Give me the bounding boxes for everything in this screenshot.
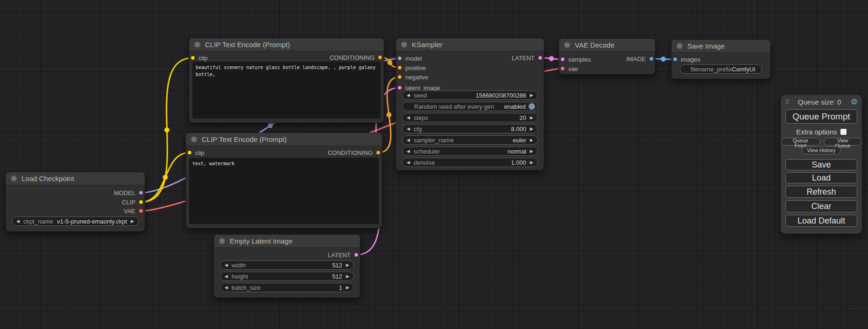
drag-handle-icon[interactable]: ⠿ — [785, 98, 789, 105]
node-load-checkpoint[interactable]: Load CheckpointMODELCLIPVAE◀ckpt_namev1-… — [6, 172, 145, 231]
node-vae-decode[interactable]: VAE DecodesamplesvaeIMAGE — [559, 39, 655, 74]
increment-arrow-icon[interactable]: ▶ — [530, 161, 533, 165]
output-slot-VAE: VAE — [124, 207, 143, 215]
queue-prompt-button[interactable]: Queue Prompt — [785, 109, 857, 124]
node-title-bar[interactable]: Load Checkpoint — [6, 172, 145, 185]
increment-arrow-icon[interactable]: ▶ — [530, 116, 533, 120]
decrement-arrow-icon[interactable]: ◀ — [407, 93, 410, 98]
collapse-dot-icon[interactable] — [401, 41, 408, 48]
widget-scheduler[interactable]: ◀schedulernormal▶ — [402, 147, 538, 156]
increment-arrow-icon[interactable]: ▶ — [530, 127, 533, 131]
node-clip-text-encode-2[interactable]: CLIP Text Encode (Prompt)clipCONDITIONIN… — [186, 133, 382, 228]
node-title-bar[interactable]: KSampler — [396, 38, 544, 51]
widget-height[interactable]: ◀height512▶ — [220, 272, 354, 281]
decrement-arrow-icon[interactable]: ◀ — [225, 263, 228, 267]
view-queue-button[interactable]: View Queue — [824, 138, 862, 146]
negative-input-port-icon[interactable] — [397, 75, 402, 79]
MODEL-output-port-icon[interactable] — [139, 190, 143, 195]
link-midpoint-dot-icon — [549, 56, 554, 61]
widget-width[interactable]: ◀width512▶ — [220, 260, 354, 270]
node-title-bar[interactable]: Empty Latent Image — [214, 235, 360, 248]
output-slot-CONDITIONING: CONDITIONING — [330, 53, 382, 62]
decrement-arrow-icon[interactable]: ◀ — [225, 286, 228, 290]
decrement-arrow-icon[interactable]: ◀ — [407, 161, 410, 165]
toggle-knob-icon[interactable] — [529, 103, 535, 110]
collapse-dot-icon[interactable] — [564, 42, 571, 49]
LATENT-output-port-icon[interactable] — [354, 252, 359, 257]
gear-icon[interactable]: ⚙ — [851, 98, 858, 106]
widget-label: denoise — [414, 159, 435, 166]
collapse-dot-icon[interactable] — [191, 136, 198, 143]
positive-input-port-icon[interactable] — [397, 65, 402, 70]
collapse-dot-icon[interactable] — [676, 42, 683, 49]
widget-seed[interactable]: ◀seed156680208700286▶ — [402, 91, 538, 100]
increment-arrow-icon[interactable]: ▶ — [530, 138, 533, 142]
save-button[interactable]: Save — [785, 159, 857, 170]
model-input-port-icon[interactable] — [397, 56, 402, 61]
decrement-arrow-icon[interactable]: ◀ — [407, 116, 410, 120]
VAE-output-port-icon[interactable] — [139, 209, 143, 213]
load-default-button[interactable]: Load Default — [785, 215, 857, 227]
node-title-bar[interactable]: Save Image — [671, 40, 770, 53]
increment-arrow-icon[interactable]: ▶ — [530, 149, 533, 154]
LATENT-output-port-icon[interactable] — [538, 56, 543, 60]
increment-arrow-icon[interactable]: ▶ — [346, 274, 349, 279]
node-save-image[interactable]: Save Imageimagesfilename_prefixComfyUI — [671, 40, 770, 79]
decrement-arrow-icon[interactable]: ◀ — [16, 219, 20, 224]
widget-cfg[interactable]: ◀cfg8.000▶ — [402, 124, 538, 133]
decrement-arrow-icon[interactable]: ◀ — [225, 274, 228, 279]
increment-arrow-icon[interactable]: ▶ — [530, 93, 533, 98]
clip-input-port-icon[interactable] — [191, 56, 195, 60]
CONDITIONING-output-port-icon[interactable] — [376, 150, 381, 155]
increment-arrow-icon[interactable]: ▶ — [346, 263, 349, 267]
widget-batch-size[interactable]: ◀batch_size1▶ — [220, 283, 354, 292]
node-title-bar[interactable]: CLIP Text Encode (Prompt) — [189, 38, 384, 51]
decrement-arrow-icon[interactable]: ◀ — [407, 149, 410, 154]
vae-input-port-icon[interactable] — [560, 66, 565, 71]
widget-ckpt-name[interactable]: ◀ckpt_namev1-5-pruned-emaonly.ckpt▶ — [12, 217, 139, 226]
node-title: KSampler — [412, 41, 443, 49]
samples-input-port-icon[interactable] — [560, 57, 565, 62]
widget-denoise[interactable]: ◀denoise1.000▶ — [402, 158, 538, 167]
prompt-textarea[interactable]: beautiful scenery nature glass bottle la… — [192, 62, 381, 119]
clear-button[interactable]: Clear — [785, 200, 857, 212]
decrement-arrow-icon[interactable]: ◀ — [407, 127, 410, 131]
node-clip-text-encode-1[interactable]: CLIP Text Encode (Prompt)clipCONDITIONIN… — [189, 38, 384, 123]
queue-size-label: Queue size: 0 — [789, 98, 851, 106]
increment-arrow-icon[interactable]: ▶ — [131, 219, 134, 224]
refresh-button[interactable]: Refresh — [785, 186, 857, 198]
collapse-dot-icon[interactable] — [10, 175, 17, 182]
widget-filename-prefix[interactable]: filename_prefixComfyUI — [680, 64, 762, 74]
clip-input-port-icon[interactable] — [187, 150, 192, 155]
extra-options-checkbox[interactable] — [840, 129, 847, 135]
input-slot-vae: vae — [560, 64, 578, 73]
IMAGE-output-port-icon[interactable] — [649, 56, 654, 61]
latent_image-input-port-icon[interactable] — [397, 85, 402, 90]
decrement-arrow-icon[interactable]: ◀ — [407, 138, 410, 142]
widget-value: normal — [508, 148, 526, 155]
prompt-textarea[interactable]: text, watermark — [189, 158, 379, 224]
node-title: Load Checkpoint — [21, 175, 74, 182]
increment-arrow-icon[interactable]: ▶ — [346, 286, 349, 290]
node-title-bar[interactable]: CLIP Text Encode (Prompt) — [186, 133, 382, 146]
CONDITIONING-output-port-icon[interactable] — [378, 55, 382, 60]
widget-label: ckpt_name — [23, 218, 53, 225]
collapse-dot-icon[interactable] — [219, 238, 226, 245]
queue-front-button[interactable]: Queue Front — [781, 138, 820, 146]
node-empty-latent-image[interactable]: Empty Latent ImageLATENT◀width512▶◀heigh… — [214, 235, 360, 298]
view-history-button[interactable]: View History — [802, 147, 841, 154]
widget-sampler-name[interactable]: ◀sampler_nameeuler▶ — [402, 135, 538, 145]
load-button[interactable]: Load — [785, 172, 857, 183]
images-input-port-icon[interactable] — [673, 57, 677, 62]
widget-steps[interactable]: ◀steps20▶ — [402, 113, 538, 122]
widget-random-seed-after-every-gen[interactable]: Random seed after every genenabled — [402, 102, 538, 111]
widget-value: 1 — [339, 284, 342, 291]
widget-label: sampler_name — [414, 137, 454, 144]
node-title-bar[interactable]: VAE Decode — [559, 39, 655, 52]
widget-label: scheduler — [414, 148, 440, 155]
collapse-dot-icon[interactable] — [194, 41, 201, 48]
node-ksampler[interactable]: KSamplermodelpositivenegativelatent_imag… — [396, 38, 544, 170]
node-graph-canvas[interactable]: Load CheckpointMODELCLIPVAE◀ckpt_namev1-… — [0, 0, 868, 329]
CLIP-output-port-icon[interactable] — [139, 200, 143, 204]
output-slot-label: LATENT — [328, 252, 351, 259]
